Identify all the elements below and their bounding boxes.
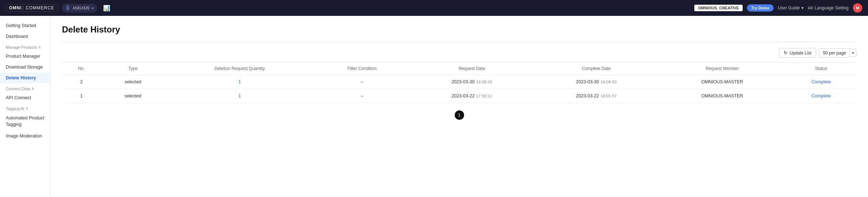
- cell-status[interactable]: Complete: [786, 75, 856, 89]
- user-guide-label: User Guide: [778, 5, 800, 10]
- col-complete-date: Complete Date: [534, 62, 658, 75]
- sidebar-section-manage-products: Manage Products ∧: [0, 42, 50, 51]
- sidebar-item-product-manager[interactable]: Product Manager: [0, 51, 50, 62]
- cell-complete-date: 2023-03-30 18:08:50: [534, 75, 658, 89]
- language-icon: AR: [808, 6, 813, 10]
- cell-quantity[interactable]: 1: [165, 89, 314, 103]
- topnav-right: OMNIOUS_CREATIVE Try Demo User Guide ▾ A…: [694, 3, 862, 13]
- chevron-up-icon-connect: ∧: [31, 86, 34, 91]
- language-setting-link[interactable]: AR Language Setting: [808, 5, 849, 10]
- toolbar: ↻ Update List 50 per page ▾: [62, 48, 856, 58]
- section-label-tagging-ai: Tagging AI: [6, 106, 24, 111]
- col-filter-condition: Filter Condition: [315, 62, 410, 75]
- table-container: No. Type Deletion Request Quantity Filte…: [62, 62, 856, 103]
- chevron-down-icon: ▾: [92, 6, 94, 10]
- cell-request-date: 2023-03-22 17:59:11: [410, 89, 534, 103]
- user-guide-arrow-icon: ▾: [801, 5, 804, 10]
- per-page-select: 50 per page ▾: [819, 48, 856, 58]
- cell-complete-date: 2023-03-22 18:01:37: [534, 89, 658, 103]
- page-button-1[interactable]: 1: [455, 110, 464, 120]
- cell-request-date: 2023-03-30 18:08:29: [410, 75, 534, 89]
- language-setting-label: Language Setting: [815, 5, 849, 10]
- divider: [62, 42, 856, 42]
- sidebar-item-image-moderation[interactable]: Image Moderation: [0, 131, 50, 141]
- cell-filter-condition: –: [315, 75, 410, 89]
- col-status: Status: [786, 62, 856, 75]
- cell-request-member: OMNIOUS-MASTER: [659, 75, 786, 89]
- sidebar-item-dashboard[interactable]: Dashboard: [0, 31, 50, 42]
- sidebar-item-automated-product-tagging[interactable]: Automated Product Tagging: [0, 112, 50, 131]
- logo-omni: OMNI: [9, 5, 22, 10]
- section-label-manage-products: Manage Products: [6, 45, 37, 49]
- cell-type: selected: [101, 75, 165, 89]
- sidebar-item-getting-started[interactable]: Getting Started: [0, 20, 50, 31]
- per-page-dropdown-button[interactable]: ▾: [850, 49, 856, 57]
- workspace-badge: OMNIOUS_CREATIVE: [694, 5, 742, 11]
- update-list-button[interactable]: ↻ Update List: [779, 48, 816, 58]
- cell-no: 2: [62, 75, 101, 89]
- delete-history-table: No. Type Deletion Request Quantity Filte…: [62, 62, 856, 103]
- sidebar: Getting Started Dashboard Manage Product…: [0, 16, 50, 197]
- cell-request-member: OMNIOUS-MASTER: [659, 89, 786, 103]
- col-request-member: Request Member: [659, 62, 786, 75]
- logo-commerce: COMMERCE: [23, 5, 54, 10]
- sidebar-section-connect-data: Connect Data ∧: [0, 83, 50, 92]
- chart-icon[interactable]: 📊: [102, 3, 112, 13]
- layout: Getting Started Dashboard Manage Product…: [0, 16, 868, 197]
- try-demo-button[interactable]: Try Demo: [747, 4, 774, 12]
- cell-filter-condition: –: [315, 89, 410, 103]
- col-deletion-request-quantity: Deletion Request Quantity: [165, 62, 314, 75]
- cell-no: 1: [62, 89, 101, 103]
- update-list-label: Update List: [789, 51, 811, 56]
- sidebar-item-api-connect[interactable]: API Connect: [0, 92, 50, 103]
- cell-type: selected: [101, 89, 165, 103]
- topnav: OMNI COMMERCE 🗄 서리서리 ▾ 📊 OMNIOUS_CREATIV…: [0, 0, 868, 16]
- nav-pill-text: 서리서리: [72, 5, 90, 11]
- user-avatar[interactable]: M: [853, 3, 862, 13]
- table-row: 2 selected 1 – 2023-03-30 18:08:29 2023-…: [62, 75, 856, 89]
- col-request-date: Request Date: [410, 62, 534, 75]
- section-label-connect-data: Connect Data: [6, 87, 30, 91]
- cell-status[interactable]: Complete: [786, 89, 856, 103]
- table-header-row: No. Type Deletion Request Quantity Filte…: [62, 62, 856, 75]
- logo[interactable]: OMNI COMMERCE: [6, 4, 58, 12]
- sidebar-item-download-storage[interactable]: Download Storage: [0, 62, 50, 73]
- sidebar-item-delete-history[interactable]: Delete History: [0, 73, 50, 83]
- main-content: Delete History ↻ Update List 50 per page…: [50, 16, 868, 197]
- refresh-icon: ↻: [784, 50, 788, 56]
- col-no: No.: [62, 62, 101, 75]
- page-title: Delete History: [62, 25, 856, 35]
- per-page-value: 50 per page: [819, 48, 850, 58]
- workspace-nav-pill[interactable]: 🗄 서리서리 ▾: [62, 4, 97, 13]
- pagination: 1: [62, 110, 856, 120]
- col-type: Type: [101, 62, 165, 75]
- cell-quantity[interactable]: 1: [165, 75, 314, 89]
- user-guide-link[interactable]: User Guide ▾: [778, 5, 804, 10]
- table-row: 1 selected 1 – 2023-03-22 17:59:11 2023-…: [62, 89, 856, 103]
- database-icon: 🗄: [66, 5, 70, 11]
- chevron-up-icon-tagging: ∧: [26, 106, 28, 111]
- chevron-up-icon-manage: ∧: [38, 45, 41, 49]
- sidebar-section-tagging-ai: Tagging AI ∧: [0, 103, 50, 112]
